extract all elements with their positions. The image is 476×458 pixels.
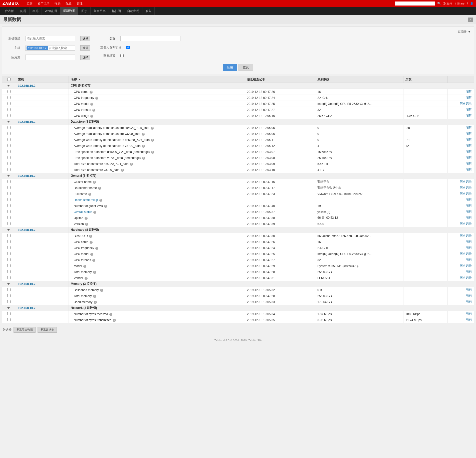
help-icon[interactable]: ? <box>121 169 124 172</box>
help-icon[interactable]: ? <box>98 187 101 190</box>
row-checkbox[interactable] <box>7 156 11 159</box>
show-chart-btn[interactable]: 显示图表数据 <box>14 327 36 333</box>
host-link[interactable]: 192.168.10.2 <box>18 306 36 310</box>
nav-autodiscovery[interactable]: 自动发现 <box>124 7 142 15</box>
help-icon[interactable]: ? <box>142 133 145 136</box>
row-action-link[interactable]: 图形 <box>466 216 472 219</box>
row-checkbox[interactable] <box>7 192 11 195</box>
nav-screens[interactable]: 聚合图形 <box>91 7 109 15</box>
help-icon[interactable]: ? <box>113 319 116 322</box>
row-checkbox[interactable] <box>7 204 11 207</box>
row-checkbox[interactable] <box>7 240 11 243</box>
row-checkbox[interactable] <box>7 108 11 111</box>
row-checkbox[interactable] <box>7 294 11 297</box>
filter-apply-btn[interactable]: 应用 <box>223 64 237 71</box>
collapse-icon[interactable] <box>7 121 10 123</box>
nav-services[interactable]: 服务 <box>142 7 155 15</box>
filter-reset-btn[interactable]: 重设 <box>239 64 253 71</box>
row-action-link[interactable]: 图形 <box>466 198 472 201</box>
row-action-link[interactable]: 历史记录 <box>460 264 472 268</box>
row-checkbox[interactable] <box>7 186 11 189</box>
help-icon[interactable]: ? <box>83 265 86 268</box>
help-icon[interactable]: ? <box>89 235 92 238</box>
row-checkbox[interactable] <box>7 114 11 117</box>
row-action-link[interactable]: 历史记录 <box>460 102 472 105</box>
filter-host-tag-close[interactable]: × <box>45 47 46 50</box>
collapse-icon[interactable] <box>7 175 10 177</box>
nav-latest[interactable]: 最新数据 <box>60 7 78 15</box>
help-icon[interactable]: ? <box>104 205 107 208</box>
support-btn[interactable]: ⑨ 支持 <box>443 2 452 6</box>
nav-reports[interactable]: 报表 <box>52 0 63 7</box>
row-checkbox[interactable] <box>7 234 11 237</box>
filter-nodata-checkbox[interactable] <box>126 46 130 49</box>
nav-config[interactable]: 配置 <box>63 0 74 7</box>
filter-app-select-btn[interactable]: 选择 <box>80 55 90 60</box>
row-checkbox[interactable] <box>7 312 11 315</box>
row-checkbox[interactable] <box>7 216 11 219</box>
row-action-link[interactable]: 图形 <box>466 126 472 129</box>
help-icon[interactable]: ? <box>109 313 112 316</box>
row-action-link[interactable]: 图形 <box>466 270 472 274</box>
row-checkbox[interactable] <box>7 258 11 261</box>
row-action-link[interactable]: 图形 <box>466 162 472 165</box>
nav-graphs[interactable]: 图形 <box>78 7 91 15</box>
help-icon[interactable]: ? <box>92 109 95 112</box>
row-action-link[interactable]: 图形 <box>466 114 472 117</box>
row-action-link[interactable]: 历史记录 <box>460 192 472 195</box>
help-icon[interactable]: ? <box>85 223 88 226</box>
row-checkbox[interactable] <box>7 90 11 93</box>
row-checkbox[interactable] <box>7 180 11 183</box>
row-action-link[interactable]: 历史记录 <box>460 222 472 225</box>
help-icon[interactable]: ? <box>85 217 88 220</box>
nav-dashboard[interactable]: 仪表板 <box>2 7 17 15</box>
row-action-link[interactable]: 图形 <box>466 138 472 141</box>
row-action-link[interactable]: 图形 <box>466 108 472 111</box>
help-icon[interactable]: ? <box>95 97 98 100</box>
host-link[interactable]: 192.168.10.2 <box>18 84 36 88</box>
nav-overview[interactable]: 概览 <box>30 7 42 15</box>
row-action-link[interactable]: 历史记录 <box>460 234 472 238</box>
row-action-link[interactable]: 图形 <box>466 204 472 207</box>
row-action-link[interactable]: 图形 <box>466 312 472 316</box>
row-action-link[interactable]: 图形 <box>466 90 472 93</box>
row-checkbox[interactable] <box>7 246 11 249</box>
th-name[interactable]: 名称 ▲ <box>69 76 245 83</box>
row-action-link[interactable]: 图形 <box>466 300 472 304</box>
filter-host-input[interactable] <box>49 46 69 50</box>
row-action-link[interactable]: 图形 <box>466 168 472 171</box>
row-action-link[interactable]: 图形 <box>466 318 472 322</box>
nav-assets[interactable]: 资产记录 <box>35 0 52 7</box>
filter-hostgroup-select-btn[interactable]: 选择 <box>80 36 90 41</box>
nav-monitor[interactable]: 监测 <box>24 0 35 7</box>
row-action-link[interactable]: 历史记录 <box>460 180 472 183</box>
filter-toggle[interactable]: 过滤器 ▼ <box>458 30 471 34</box>
collapse-icon[interactable] <box>7 283 10 285</box>
help-icon[interactable]: ? <box>90 241 93 244</box>
row-checkbox[interactable] <box>7 102 11 105</box>
help-icon[interactable]: ? <box>93 295 96 298</box>
row-action-link[interactable]: 图形 <box>466 150 472 153</box>
row-checkbox[interactable] <box>7 270 11 273</box>
user-btn[interactable]: 👤 <box>470 2 473 5</box>
row-action-link[interactable]: 图形 <box>466 240 472 244</box>
collapse-icon[interactable] <box>7 85 10 87</box>
help-icon[interactable]: ? <box>142 145 145 148</box>
row-checkbox[interactable] <box>7 162 11 165</box>
help-btn[interactable]: ? <box>466 2 468 5</box>
filter-host-select-btn[interactable]: 选择 <box>80 45 90 51</box>
row-action-link[interactable]: 图形 <box>466 96 472 99</box>
row-action-link[interactable]: 图形 <box>466 258 472 262</box>
help-icon[interactable]: ? <box>93 181 96 184</box>
row-action-link[interactable]: 历史记录 <box>460 252 472 256</box>
top-search-input[interactable] <box>395 2 435 6</box>
help-icon[interactable]: ? <box>90 115 93 118</box>
row-checkbox[interactable] <box>7 198 11 201</box>
row-action-link[interactable]: 图形 <box>466 246 472 250</box>
search-icon[interactable]: 🔍 <box>437 2 441 5</box>
help-icon[interactable]: ? <box>90 103 93 106</box>
show-dataset-btn[interactable]: 显示数据集 <box>38 327 57 333</box>
filter-details-checkbox[interactable] <box>120 54 124 57</box>
filter-host-input-wrap[interactable]: 192.168.10.2 × <box>25 46 75 51</box>
row-checkbox[interactable] <box>7 288 11 291</box>
